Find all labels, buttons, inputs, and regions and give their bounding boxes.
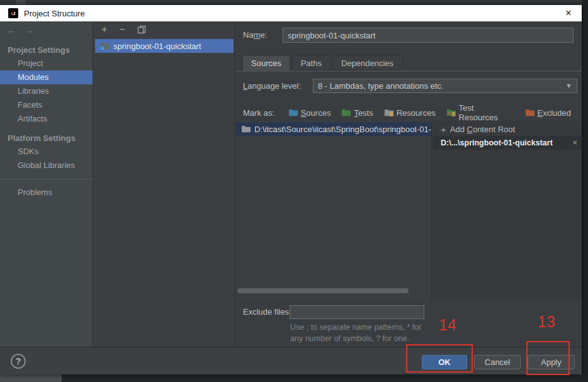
exclude-files-hint: Use ; to separate name patterns, * for a… — [290, 322, 421, 344]
dialog-body: ← → Project Settings Project Modules Lib… — [0, 21, 582, 374]
copy-module-icon[interactable] — [137, 25, 146, 34]
folder-icon — [241, 125, 251, 133]
cancel-button[interactable]: Cancel — [474, 355, 521, 369]
mark-as-label: Mark as: — [243, 108, 288, 118]
exclude-files-input[interactable] — [290, 305, 424, 319]
background-right-strip — [582, 0, 588, 382]
remove-content-root-icon[interactable]: × — [572, 136, 577, 150]
language-level-label: Language level: — [243, 79, 301, 93]
tab-paths[interactable]: Paths — [292, 55, 331, 70]
remove-module-icon[interactable]: − — [119, 25, 125, 35]
annotation-box-ok — [406, 344, 473, 373]
module-list-panel: + − springboot-01-quickstart — [94, 21, 235, 374]
content-tree-pane: D:\itcast\Source\itcast\SpringBoot\sprin… — [235, 121, 432, 301]
dialog-footer: ? OK Cancel Apply — [0, 347, 582, 374]
intellij-logo-icon: IJ — [8, 8, 18, 18]
content-root-chip[interactable]: D:\...\springboot-01-quickstart × — [433, 136, 582, 150]
sources-folder-icon — [288, 108, 298, 117]
module-name: springboot-01-quickstart — [113, 42, 201, 51]
test-resources-folder-icon — [446, 108, 456, 117]
dialog-title: Project Structure — [24, 9, 85, 18]
close-icon[interactable]: × — [561, 6, 576, 21]
help-button[interactable]: ? — [11, 354, 26, 369]
content-root-path: D:\itcast\Source\itcast\SpringBoot\sprin… — [254, 125, 431, 134]
name-label: Name: — [243, 28, 267, 43]
language-level-dropdown[interactable]: 8 - Lambdas, type annotations etc. ▼ — [313, 79, 577, 93]
plus-icon: + — [441, 124, 446, 135]
content-roots-area: D:\itcast\Source\itcast\SpringBoot\sprin… — [235, 121, 582, 301]
tab-sources[interactable]: Sources — [242, 55, 290, 72]
background-bottom-left — [0, 374, 62, 382]
forward-icon[interactable]: → — [25, 25, 35, 35]
module-list-item[interactable]: springboot-01-quickstart — [95, 39, 234, 53]
mark-as-excluded[interactable]: Excluded — [525, 108, 571, 118]
sidebar-item-project[interactable]: Project — [0, 57, 93, 70]
sidebar-item-modules[interactable]: Modules — [0, 70, 93, 84]
add-content-root-button[interactable]: + Add Content Root — [433, 122, 582, 136]
section-header-project-settings: Project Settings — [0, 43, 93, 57]
mark-as-resources[interactable]: Resources — [384, 108, 436, 118]
content-root-panel: + Add Content Root D:\...\springboot-01-… — [433, 121, 582, 301]
settings-sidebar: ← → Project Settings Project Modules Lib… — [0, 21, 93, 347]
tab-underline — [235, 70, 582, 72]
sidebar-item-global-libraries[interactable]: Global Libraries — [0, 159, 93, 172]
chevron-down-icon: ▼ — [565, 79, 572, 93]
mark-as-test-resources[interactable]: Test Resources — [446, 103, 514, 122]
back-icon[interactable]: ← — [7, 25, 16, 35]
module-editor-panel: Name: Sources Paths Dependencies Languag… — [235, 21, 582, 347]
content-root-chip-label: D:\...\springboot-01-quickstart — [441, 138, 553, 147]
screen: IJ Project Structure × ← → Project Setti… — [0, 0, 588, 382]
dialog-titlebar[interactable]: IJ Project Structure × — [0, 5, 582, 21]
sidebar-item-sdks[interactable]: SDKs — [0, 145, 93, 159]
section-header-platform-settings: Platform Settings — [0, 132, 93, 145]
exclude-files-label: Exclude files: — [243, 305, 291, 319]
sidebar-item-artifacts[interactable]: Artifacts — [0, 112, 93, 126]
annotation-box-apply — [526, 341, 570, 375]
module-tabs: Sources Paths Dependencies — [242, 55, 402, 72]
tab-dependencies[interactable]: Dependencies — [332, 55, 402, 70]
excluded-folder-icon — [525, 108, 535, 117]
sidebar-divider — [0, 179, 93, 179]
annotation-number-14: 14 — [439, 316, 456, 334]
horizontal-scrollbar[interactable] — [237, 288, 409, 293]
module-folder-icon — [100, 42, 110, 50]
sidebar-item-facets[interactable]: Facets — [0, 98, 93, 112]
background-top-strip — [0, 0, 588, 5]
sidebar-item-libraries[interactable]: Libraries — [0, 84, 93, 98]
project-structure-dialog: IJ Project Structure × ← → Project Setti… — [0, 5, 582, 374]
tests-folder-icon — [341, 108, 351, 117]
resources-folder-icon — [384, 108, 394, 117]
mark-as-tests[interactable]: Tests — [341, 108, 373, 118]
annotation-number-13: 13 — [538, 313, 555, 331]
sidebar-item-problems[interactable]: Problems — [0, 186, 93, 199]
mark-as-sources[interactable]: Sources — [288, 108, 331, 118]
module-name-input[interactable] — [283, 28, 574, 43]
content-root-tree-row[interactable]: D:\itcast\Source\itcast\SpringBoot\sprin… — [235, 122, 431, 136]
mark-as-row: Mark as: Sources Tests — [243, 106, 582, 120]
background-bottom-strip — [0, 374, 582, 382]
add-module-icon[interactable]: + — [101, 25, 107, 35]
